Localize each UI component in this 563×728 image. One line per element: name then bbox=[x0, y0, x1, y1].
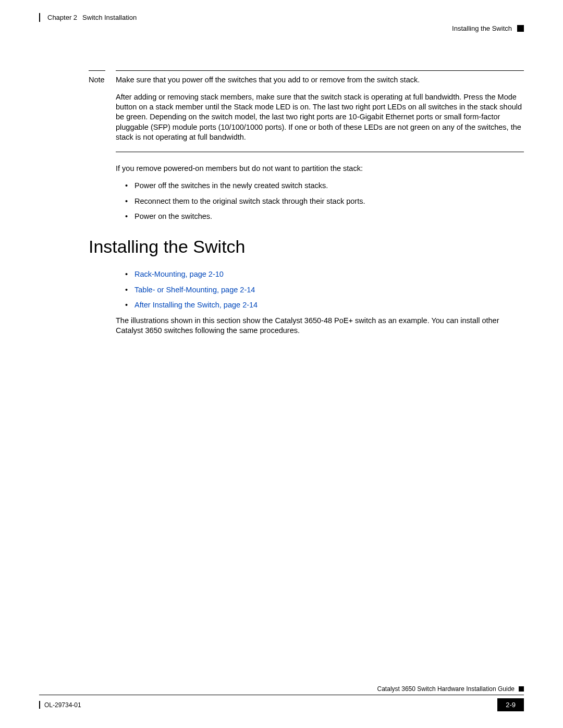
link-table-shelf-mounting[interactable]: Table- or Shelf-Mounting, page 2-14 bbox=[134, 286, 255, 294]
header-left: Chapter 2 Switch Installation bbox=[39, 13, 137, 22]
footer-left: OL-29734-01 bbox=[39, 701, 81, 709]
note-paragraph: After adding or removing stack members, … bbox=[116, 92, 524, 142]
link-rack-mounting[interactable]: Rack-Mounting, page 2-10 bbox=[134, 270, 224, 278]
list-item: Table- or Shelf-Mounting, page 2-14 bbox=[125, 285, 524, 295]
header-section-title: Installing the Switch bbox=[452, 24, 512, 32]
header-right: Installing the Switch bbox=[452, 13, 524, 32]
header-rule-icon bbox=[39, 13, 40, 22]
note-body: Make sure that you power off the switche… bbox=[116, 70, 524, 142]
footer-rule-icon bbox=[39, 701, 40, 709]
list-item: After Installing the Switch, page 2-14 bbox=[125, 300, 524, 311]
section-links: Rack-Mounting, page 2-10 Table- or Shelf… bbox=[125, 269, 524, 311]
post-note-bullets: Power off the switches in the newly crea… bbox=[125, 181, 524, 222]
list-item: Reconnect them to the original switch st… bbox=[125, 196, 524, 207]
page-number: 2-9 bbox=[497, 698, 524, 711]
section-paragraph: The illustrations shown in this section … bbox=[116, 316, 524, 336]
footer-doc-id: OL-29734-01 bbox=[44, 701, 81, 709]
link-after-installing[interactable]: After Installing the Switch, page 2-14 bbox=[134, 301, 258, 309]
post-note-intro: If you remove powered-on members but do … bbox=[116, 164, 524, 174]
list-item: Rack-Mounting, page 2-10 bbox=[125, 269, 524, 280]
chapter-title: Switch Installation bbox=[82, 14, 137, 21]
note-bottom-rule bbox=[116, 152, 524, 152]
footer-guide-title: Catalyst 3650 Switch Hardware Installati… bbox=[377, 685, 515, 693]
header-square-icon bbox=[517, 25, 524, 32]
page-footer: Catalyst 3650 Switch Hardware Installati… bbox=[39, 685, 524, 711]
list-item: Power on the switches. bbox=[125, 212, 524, 222]
note-block: Note Make sure that you power off the sw… bbox=[89, 70, 524, 142]
chapter-label: Chapter 2 bbox=[47, 14, 77, 21]
note-label: Note bbox=[89, 76, 105, 84]
footer-square-icon bbox=[519, 686, 524, 692]
list-item: Power off the switches in the newly crea… bbox=[125, 181, 524, 191]
footer-top: Catalyst 3650 Switch Hardware Installati… bbox=[39, 685, 524, 695]
page-header: Chapter 2 Switch Installation Installing… bbox=[39, 13, 524, 35]
footer-bottom: OL-29734-01 2-9 bbox=[39, 695, 524, 711]
section-heading: Installing the Switch bbox=[89, 237, 524, 257]
note-paragraph: Make sure that you power off the switche… bbox=[116, 75, 524, 85]
